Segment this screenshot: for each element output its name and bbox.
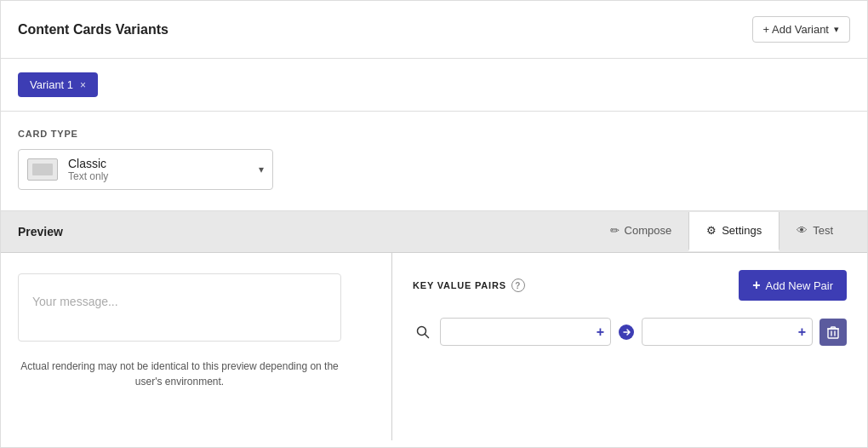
kv-title-text: KEY VALUE PAIRS [413,280,506,290]
kv-value-add-icon[interactable]: + [798,325,806,340]
chevron-down-icon: ▾ [834,24,839,35]
card-type-label: CARD TYPE [18,129,850,139]
variant-tab[interactable]: Variant 1 × [18,72,98,97]
kv-value-input-wrap: + [642,318,813,346]
add-pair-label: Add New Pair [766,279,833,292]
kv-key-add-icon[interactable]: + [597,325,604,340]
kv-value-input[interactable] [642,318,813,346]
kv-key-input[interactable] [440,318,611,346]
classic-card-icon-graphic [32,164,53,175]
add-new-pair-button[interactable]: + Add New Pair [739,270,847,301]
tab-test-label: Test [813,224,833,237]
add-pair-plus-icon: + [752,278,760,293]
content-cards-variants-page: Content Cards Variants + Add Variant ▾ V… [0,0,868,448]
card-type-text-group: Classic Text only [68,157,252,182]
pencil-icon: ✏ [610,224,620,237]
kv-arrow-icon [618,324,635,341]
card-type-arrow-icon: ▾ [259,164,264,175]
key-value-pane: KEY VALUE PAIRS ? + Add New Pair [392,253,867,440]
kv-help-button[interactable]: ? [511,279,525,292]
card-type-dropdown[interactable]: Classic Text only ▾ [18,149,273,190]
help-icon: ? [515,281,521,290]
kv-delete-button[interactable] [819,319,847,346]
bottom-section: Preview ✏ Compose ⚙ Settings 👁 Test Your… [1,211,867,440]
preview-note: Actual rendering may not be identical to… [18,359,341,389]
tab-settings-label: Settings [722,224,762,237]
card-type-name: Classic [68,157,252,170]
preview-pane: Your message... Actual rendering may not… [1,253,392,440]
preview-label: Preview [18,211,593,252]
kv-row: + + [413,318,847,346]
add-variant-label: + Add Variant [763,23,829,36]
kv-key-input-wrap: + [440,318,611,346]
card-type-icon [27,158,58,181]
kv-search-icon [413,322,433,342]
tab-settings[interactable]: ⚙ Settings [688,212,779,251]
gear-icon: ⚙ [706,224,717,237]
message-placeholder-text: Your message... [32,295,118,308]
header: Content Cards Variants + Add Variant ▾ [1,1,867,59]
add-variant-button[interactable]: + Add Variant ▾ [752,16,850,43]
card-type-subtext: Text only [68,170,252,182]
kv-title: KEY VALUE PAIRS ? [413,279,525,292]
eye-icon: 👁 [797,224,808,237]
svg-line-1 [425,334,429,337]
variant-tab-label: Variant 1 [30,78,73,91]
tab-compose[interactable]: ✏ Compose [593,212,689,251]
kv-header: KEY VALUE PAIRS ? + Add New Pair [413,270,847,301]
variant-tabs-section: Variant 1 × [1,59,867,112]
variant-tab-close-button[interactable]: × [80,79,86,91]
page-title: Content Cards Variants [18,22,168,37]
message-preview-box: Your message... [18,273,341,342]
preview-toolbar: Preview ✏ Compose ⚙ Settings 👁 Test [1,211,867,253]
content-area: Your message... Actual rendering may not… [1,253,867,440]
tab-test[interactable]: 👁 Test [779,212,850,251]
tab-compose-label: Compose [625,224,672,237]
card-type-section: CARD TYPE Classic Text only ▾ [1,112,867,211]
svg-rect-3 [828,329,838,338]
